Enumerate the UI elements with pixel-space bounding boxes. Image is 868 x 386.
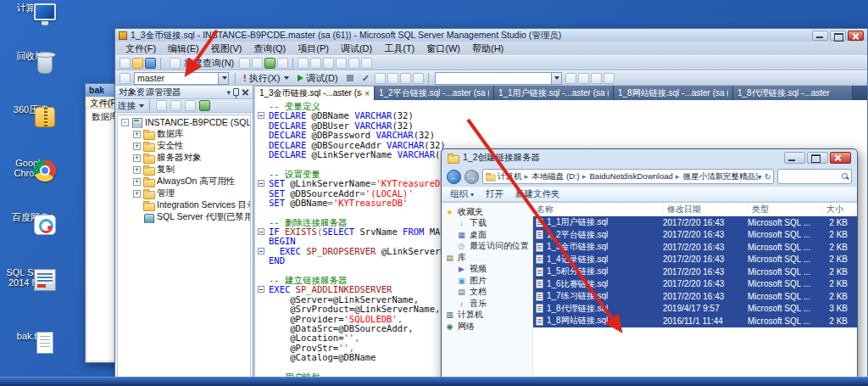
toolbar-icon[interactable] bbox=[591, 73, 602, 84]
chevron-down-icon[interactable]: ▾ bbox=[226, 88, 231, 97]
tree-toggle-icon[interactable]: + bbox=[133, 178, 141, 186]
column-header[interactable]: 修改日期 bbox=[664, 203, 748, 215]
connect-button[interactable]: 连接 bbox=[118, 100, 136, 112]
tree-item[interactable]: SQL Server 代理(已禁用代理 XP) bbox=[118, 211, 250, 223]
desktop-icon-computer[interactable]: 计算机 bbox=[3, 3, 58, 13]
file-row[interactable]: 1_1用户链接.sql 2017/2/20 16:43 Microsoft SQ… bbox=[533, 216, 857, 229]
document-tab[interactable]: 1_3金币链接.sql -...aster (sa (61)) × bbox=[255, 86, 375, 100]
sidebar-item[interactable]: ▦ 桌面 bbox=[442, 229, 532, 241]
debug-button[interactable]: 调试(D) bbox=[293, 72, 342, 85]
file-row[interactable]: 1_4记录链接.sql 2017/2/20 16:43 Microsoft SQ… bbox=[533, 254, 857, 266]
toolbar-icon[interactable] bbox=[298, 58, 309, 69]
menu-item[interactable]: 窗口(W) bbox=[421, 42, 465, 56]
close-button[interactable] bbox=[848, 31, 864, 41]
open-file-icon[interactable] bbox=[132, 58, 143, 69]
explorer-toolbar-item[interactable]: 打开 bbox=[486, 188, 504, 200]
close-button[interactable] bbox=[830, 152, 851, 164]
desktop-icon-360zip[interactable]: 360压缩 bbox=[3, 104, 58, 115]
tree-item[interactable]: + 复制 bbox=[118, 164, 250, 176]
file-row[interactable]: 1_3金币链接.sql 2017/2/20 16:43 Microsoft SQ… bbox=[533, 241, 857, 254]
tab-close-icon[interactable]: × bbox=[362, 89, 370, 98]
parse-button[interactable]: ✓ bbox=[358, 72, 374, 85]
stop-button[interactable] bbox=[342, 72, 358, 85]
minimize-button[interactable] bbox=[812, 31, 828, 41]
toolbar-icon[interactable] bbox=[336, 58, 347, 69]
maximize-button[interactable] bbox=[830, 31, 846, 41]
breadcrumb-segment[interactable]: 微星小清新完整精品源码 bbox=[682, 171, 758, 182]
tree-toggle-icon[interactable]: + bbox=[133, 166, 141, 174]
secondary-combo[interactable] bbox=[435, 72, 562, 85]
toolbar-icon[interactable] bbox=[578, 73, 589, 84]
menu-item[interactable]: 文件(F) bbox=[120, 42, 161, 56]
toolbar-icon[interactable] bbox=[185, 100, 196, 111]
toolbar-icon[interactable] bbox=[565, 73, 576, 84]
close-icon[interactable] bbox=[242, 88, 249, 96]
breadcrumb-segment[interactable]: 本地磁盘 (D:) bbox=[530, 171, 587, 182]
toolbar-icon[interactable] bbox=[604, 73, 615, 84]
toolbar-icon[interactable] bbox=[387, 73, 398, 84]
menu-item[interactable]: 视图(V) bbox=[206, 42, 248, 56]
sidebar-item[interactable]: ↓ 下载 bbox=[442, 218, 532, 230]
tree-toggle-icon[interactable]: + bbox=[133, 131, 141, 138]
sidebar-item[interactable]: ◉ 网络 bbox=[442, 321, 532, 333]
document-tab[interactable]: 1_1用户链接.sql -...aster (sa (59)) bbox=[494, 86, 614, 100]
file-row[interactable]: 1_8代理链接.sql 2019/4/17 9:57 Microsoft SQL… bbox=[533, 303, 857, 316]
toolbar-icon[interactable] bbox=[156, 100, 167, 111]
file-row[interactable]: 1_2平台链接.sql 2017/2/20 16:43 Microsoft SQ… bbox=[533, 229, 857, 242]
file-row[interactable]: 1_7练习链接.sql 2017/2/20 16:43 Microsoft SQ… bbox=[533, 290, 857, 303]
breadcrumb-segment[interactable]: BaiduNetdiskDownload bbox=[588, 171, 682, 182]
forward-button[interactable]: → bbox=[465, 170, 479, 184]
maximize-button[interactable] bbox=[807, 152, 828, 164]
toolbar-icon[interactable] bbox=[323, 58, 334, 69]
document-tab[interactable]: 1_2平台链接.sql -...aster (sa (60)) bbox=[375, 86, 494, 100]
sidebar-item[interactable]: ▥ 计算机 bbox=[442, 310, 532, 322]
execute-button[interactable]: ! 执行(X) bbox=[239, 72, 293, 85]
minimize-button[interactable] bbox=[784, 152, 805, 164]
back-button[interactable]: ← bbox=[447, 170, 461, 184]
file-row[interactable]: 1_8网站链接.sql 2016/11/1 11:44 Microsoft SQ… bbox=[533, 315, 857, 327]
column-header[interactable]: 类型 bbox=[748, 203, 823, 215]
tree-toggle-icon[interactable]: - bbox=[121, 119, 129, 126]
file-row[interactable]: 1_6比赛链接.sql 2017/2/20 16:43 Microsoft SQ… bbox=[533, 278, 857, 291]
tree-item[interactable]: + 安全性 bbox=[118, 140, 250, 152]
tree-toggle-icon[interactable]: + bbox=[133, 190, 141, 198]
breadcrumb-segment[interactable]: 计算机 bbox=[496, 171, 530, 182]
sidebar-item[interactable]: ▤ 库 bbox=[442, 252, 532, 264]
combo-dropdown-button[interactable] bbox=[218, 73, 228, 84]
desktop-icon-bak-txt[interactable]: bak.txt bbox=[3, 331, 58, 341]
search-input[interactable] bbox=[781, 172, 842, 182]
sidebar-item[interactable]: ▣ 图片 bbox=[442, 275, 532, 287]
document-tab[interactable]: 1_8代理链接.sql -...aster bbox=[733, 86, 853, 100]
toolbar-icon[interactable] bbox=[252, 58, 263, 69]
explorer-toolbar-item[interactable]: 新建文件夹 bbox=[515, 188, 560, 200]
tree-item[interactable]: + AlwaysOn 高可用性 bbox=[118, 176, 250, 187]
refresh-icon[interactable] bbox=[199, 100, 210, 111]
menu-item[interactable]: 工具(T) bbox=[379, 42, 420, 56]
tree-item[interactable]: + 数据库 bbox=[118, 128, 250, 140]
explorer-toolbar-item[interactable]: 组织 ▾ bbox=[450, 188, 474, 200]
save-icon[interactable] bbox=[145, 58, 156, 69]
toolbar-icon[interactable] bbox=[310, 58, 321, 69]
toolbar-icon[interactable] bbox=[413, 73, 424, 84]
menu-item[interactable]: 项目(P) bbox=[292, 42, 334, 56]
tree-item[interactable]: + 服务器对象 bbox=[118, 152, 250, 164]
refresh-icon[interactable]: ↻ bbox=[765, 172, 771, 182]
menu-item[interactable]: 编辑(E) bbox=[163, 42, 204, 56]
tree-toggle-icon[interactable]: + bbox=[133, 143, 141, 150]
taskbar[interactable] bbox=[0, 377, 868, 386]
file-row[interactable]: 1_5积分链接.sql 2017/2/20 16:43 Microsoft SQ… bbox=[533, 266, 857, 278]
toolbar-icon[interactable] bbox=[264, 58, 275, 69]
combo-dropdown-button[interactable] bbox=[551, 73, 561, 84]
menu-item[interactable]: 帮助(H) bbox=[467, 42, 509, 56]
sidebar-item[interactable]: ★ 收藏夹 bbox=[442, 206, 532, 218]
menu-item[interactable]: 调试(D) bbox=[336, 42, 377, 56]
tree-toggle-icon[interactable]: + bbox=[133, 154, 141, 162]
sidebar-item[interactable]: ▶ 视频 bbox=[442, 264, 532, 276]
pin-icon[interactable] bbox=[233, 88, 239, 96]
column-header[interactable]: 名称 bbox=[533, 203, 664, 215]
tree-item[interactable]: Integration Services 目录 bbox=[118, 199, 250, 211]
toolbar-icon[interactable] bbox=[170, 100, 181, 111]
menu-item[interactable]: 查询(Q) bbox=[248, 42, 291, 56]
column-header[interactable]: 大小 bbox=[823, 203, 855, 215]
desktop-icon-baidu-pan[interactable]: 百度网盘 bbox=[3, 212, 58, 222]
